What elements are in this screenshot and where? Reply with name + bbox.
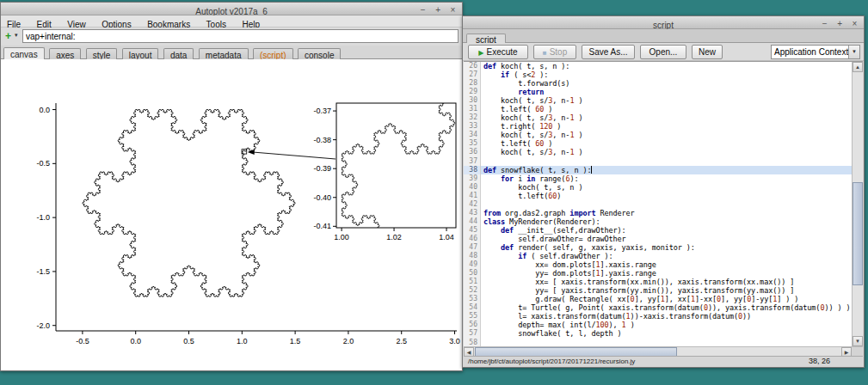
code-text: yy= dom.plots[1].yaxis.range <box>481 269 852 278</box>
line-number: 44 <box>464 217 481 226</box>
editor-line[interactable]: 42 <box>464 200 852 209</box>
play-icon: ▶ <box>478 49 483 57</box>
uri-input[interactable] <box>22 29 459 43</box>
editor-line[interactable]: 51 xx= [ xaxis.transform(xx.min()), xaxi… <box>464 278 852 286</box>
editor-line[interactable]: 52 yy= [ yaxis.transform(yy.min()), yaxi… <box>464 286 852 295</box>
line-number: 28 <box>464 79 481 88</box>
editor-line[interactable]: 43from org.das2.graph import Renderer <box>464 209 852 217</box>
line-number: 27 <box>464 70 481 79</box>
maximize-icon[interactable]: + <box>834 18 846 30</box>
editor-line[interactable]: 58 <box>464 339 852 347</box>
save-as-button[interactable]: Save As... <box>582 45 635 59</box>
line-number: 51 <box>464 278 481 286</box>
line-number: 26 <box>464 62 481 70</box>
code-text: koch( t, s/3, n-1 ) <box>481 148 852 156</box>
add-uri-plus-icon[interactable]: + <box>5 30 11 42</box>
line-number: 54 <box>464 303 481 312</box>
minimize-icon[interactable]: − <box>819 18 830 30</box>
line-number: 31 <box>464 105 481 113</box>
chevron-down-icon[interactable]: ▼ <box>848 46 859 58</box>
editor-line[interactable]: 28 t.forward(s) <box>464 79 852 88</box>
editor-line[interactable]: 56 depth= max( int(l/100), 1 ) <box>464 321 852 329</box>
editor-line[interactable]: 49 xx= dom.plots[1].xaxis.range <box>464 260 852 269</box>
editor-line[interactable]: 30 koch( t, s/3, n-1 ) <box>464 96 852 105</box>
execute-label: Execute <box>487 47 518 57</box>
svg-text:0.0: 0.0 <box>130 337 141 345</box>
editor-line[interactable]: 38def snowflake( t, s, n ): <box>464 166 852 174</box>
code-text: def __init__(self,drawOther): <box>481 226 852 235</box>
code-text: for i in range(6): <box>481 174 852 183</box>
editor-line[interactable]: 26def koch( t, s, n ): <box>464 62 852 70</box>
svg-text:-0.40: -0.40 <box>313 193 331 202</box>
editor-line[interactable]: 32 koch( t, s/3, n-1 ) <box>464 113 852 122</box>
line-number: 33 <box>464 122 481 131</box>
plot-canvas[interactable]: -0.50.00.51.01.52.02.53.00.0-0.5-1.0-1.5… <box>1 59 462 370</box>
editor-line[interactable]: 54 t= Turtle( g, Point( xaxis.transform(… <box>464 303 852 312</box>
line-number: 32 <box>464 113 481 122</box>
editor-line[interactable]: 39 for i in range(6): <box>464 174 852 183</box>
add-uri-dropdown-icon[interactable]: ▾ <box>15 32 18 39</box>
stop-label: Stop <box>550 47 568 57</box>
editor-line[interactable]: 55 l= xaxis.transform(datum(1))-xaxis.tr… <box>464 312 852 321</box>
code-text: xx= [ xaxis.transform(xx.min()), xaxis.t… <box>481 278 852 286</box>
editor-line[interactable]: 37 <box>464 157 852 166</box>
editor-line[interactable]: 45 def __init__(self,drawOther): <box>464 226 852 235</box>
svg-text:2.5: 2.5 <box>396 337 407 345</box>
close-icon[interactable]: × <box>849 18 860 30</box>
new-button[interactable]: New <box>692 45 723 59</box>
editor-line[interactable]: 48 if ( self.drawOther ): <box>464 252 852 260</box>
editor-line[interactable]: 35 t.left( 60 ) <box>464 139 852 148</box>
line-number: 47 <box>464 243 481 252</box>
autoplot-titlebar[interactable]: Autoplot v2017a_6 − + × <box>1 3 462 15</box>
code-text <box>481 157 852 166</box>
line-number: 40 <box>464 183 481 192</box>
stop-button[interactable]: ■Stop <box>533 45 576 59</box>
code-text: koch( t, s/3, n-1 ) <box>481 96 852 105</box>
editor-line[interactable]: 44class MyRenderer(Renderer): <box>464 217 852 226</box>
editor-line[interactable]: 57 snowflake( t, l, depth ) <box>464 329 852 338</box>
svg-text:3.0: 3.0 <box>449 337 460 345</box>
status-bar: /home/jbf/ct/autoplot/script/2017/201712… <box>464 356 863 366</box>
editor-line[interactable]: 34 koch( t, s/3, n-1 ) <box>464 131 852 139</box>
inset-plot-box <box>336 103 456 228</box>
code-text: t.forward(s) <box>481 79 852 88</box>
svg-text:-0.5: -0.5 <box>36 159 50 168</box>
svg-text:-0.41: -0.41 <box>313 222 331 230</box>
vertical-scrollbar[interactable]: ▲ ▼ <box>852 62 863 346</box>
context-combobox[interactable]: Application Context ▼ <box>771 45 860 59</box>
line-number: 58 <box>464 339 481 347</box>
code-text: if ( s<2 ): <box>481 70 852 79</box>
maximize-icon[interactable]: + <box>433 4 444 16</box>
script-toolbar: ▶Execute ■Stop Save As... Open... New Ap… <box>463 43 864 61</box>
minimize-icon[interactable]: − <box>417 4 428 16</box>
editor-line[interactable]: 36 koch( t, s/3, n-1 ) <box>464 148 852 156</box>
stop-icon: ■ <box>543 49 547 57</box>
execute-button[interactable]: ▶Execute <box>468 45 528 59</box>
code-editor[interactable]: 26def koch( t, s, n ):27 if ( s<2 ):28 t… <box>464 61 863 346</box>
code-text: t.left(60) <box>481 192 852 200</box>
code-text: yy= [ yaxis.transform(yy.min()), yaxis.t… <box>481 286 852 295</box>
editor-line[interactable]: 50 yy= dom.plots[1].yaxis.range <box>464 269 852 278</box>
editor-line[interactable]: 33 t.right( 120 ) <box>464 122 852 131</box>
window-controls: − + × <box>417 3 459 16</box>
editor-line[interactable]: 46 self.drawOther= drawOther <box>464 235 852 243</box>
code-text: koch( t, s, n ) <box>481 183 852 192</box>
vertical-scroll-thumb[interactable] <box>853 182 863 285</box>
open-button[interactable]: Open... <box>640 45 686 59</box>
editor-line[interactable]: 29 return <box>464 88 852 96</box>
script-titlebar[interactable]: script − + × <box>463 16 864 29</box>
editor-line[interactable]: 40 koch( t, s, n ) <box>464 183 852 192</box>
close-icon[interactable]: × <box>447 4 459 16</box>
editor-line[interactable]: 47 def render( self, g, xaxis, yaxis, mo… <box>464 243 852 252</box>
code-text: def snowflake( t, s, n ): <box>481 166 852 174</box>
scroll-down-icon[interactable]: ▼ <box>853 336 863 346</box>
code-text: def render( self, g, xaxis, yaxis, monit… <box>481 243 852 252</box>
editor-line[interactable]: 27 if ( s<2 ): <box>464 70 852 79</box>
line-number: 52 <box>464 286 481 295</box>
editor-line[interactable]: 53 g.draw( Rectangle( xx[0], yy[1], xx[1… <box>464 295 852 303</box>
editor-line[interactable]: 41 t.left(60) <box>464 192 852 200</box>
scroll-up-icon[interactable]: ▲ <box>853 62 863 72</box>
desktop: Autoplot v2017a_6 − + × File Edit View O… <box>0 0 868 385</box>
editor-line[interactable]: 31 t.left( 60 ) <box>464 105 852 113</box>
line-number: 48 <box>464 252 481 260</box>
